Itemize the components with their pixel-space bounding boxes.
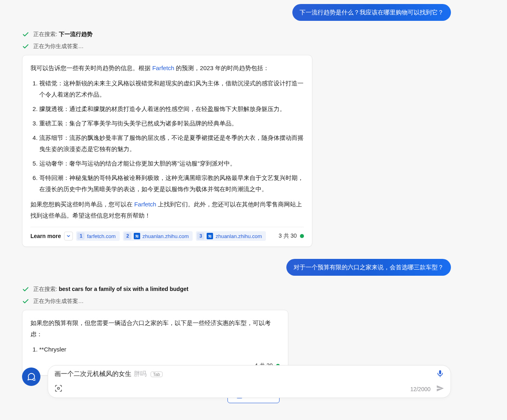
turn-counter: 3 共 30 (279, 232, 304, 240)
image-search-icon[interactable] (54, 384, 62, 394)
status-generating-label: 正在为你生成答案… (33, 43, 84, 50)
new-topic-button[interactable] (22, 368, 40, 386)
status-searching-label: 正在搜索: (33, 31, 59, 37)
citation-pill[interactable]: 1 farfetch.com (76, 231, 120, 241)
citation-pill[interactable]: 2 知 zhuanlan.zhihu.com (123, 231, 193, 241)
chat-input-box[interactable]: 画一个二次元机械风的女生胖吗 Tab 12/2000 (48, 365, 451, 398)
status-dot-icon (300, 234, 304, 238)
send-icon[interactable] (436, 384, 444, 394)
text: 如果您想购买这些时尚单品，您可以在 (30, 201, 134, 208)
char-counter: 12/2000 (410, 386, 431, 392)
check-icon (22, 286, 29, 293)
chevron-down-icon[interactable] (64, 232, 73, 240)
status-searching-label: 正在搜索: (33, 286, 59, 292)
bot-intro-text: 我可以告诉您一些有关时尚趋势的信息。根据 Farfetch 的预测，2023 年… (30, 63, 304, 74)
counter-text: 3 共 30 (279, 232, 297, 240)
citation-domain: zhuanlan.zhihu.com (143, 233, 189, 239)
citation-number: 2 (124, 232, 131, 240)
zhihu-icon: 知 (134, 233, 140, 239)
check-icon (22, 31, 29, 38)
list-item: 哥特回潮：神秘鬼魅的哥特风格被诠释到极致，这种充满黑暗宗教的风格最早来自于文艺复… (39, 172, 304, 195)
list-item: 视错觉：这种新锐的未来主义风格以视错觉和超现实的虚幻风为主体，借助沉浸式的感官设… (39, 78, 304, 100)
status-generating-label: 正在为你生成答案… (33, 298, 84, 305)
text: 我可以告诉您一些有关时尚趋势的信息。根据 (30, 65, 152, 71)
bot-intro-text: 如果您的预算有限，但您需要一辆适合六口之家的车，以下是一些经济实惠的车型，可以考… (30, 317, 280, 340)
citation-domain: zhuanlan.zhihu.com (215, 233, 262, 239)
car-list: **Chrysler (39, 344, 280, 355)
card-footer: Learn more 1 farfetch.com 2 知 zhuanlan.z… (30, 227, 304, 241)
learn-more-row: Learn more 1 farfetch.com 2 知 zhuanlan.z… (30, 231, 266, 241)
status-searching-query: best cars for a family of six with a lim… (59, 286, 189, 292)
citation-domain: farfetch.com (87, 233, 116, 239)
list-item: 运动奢华：奢华与运动的结合才能让你更加大胆的将"运动服"穿到派对中。 (39, 158, 304, 169)
status-searching: 正在搜索: 下一流行趋势 (22, 31, 451, 38)
check-icon (22, 43, 29, 50)
text: 的预测，2023 年的时尚趋势包括： (174, 65, 269, 71)
status-searching-query: 下一流行趋势 (59, 31, 93, 37)
citation-pill[interactable]: 3 知 zhuanlan.zhihu.com (196, 231, 266, 241)
user-bubble: 对于一个预算有限的六口之家来说，会首选哪三款车型？ (286, 259, 451, 276)
tab-key-badge: Tab (151, 372, 163, 377)
list-item: 流苏细节：流苏的飘逸妙曼丰富了服饰的层次感，不论是夏季裙摆还是冬季的大衣，随身体… (39, 132, 304, 155)
svg-point-5 (58, 388, 60, 390)
status-generating: 正在为你生成答案… (22, 43, 451, 50)
learn-more-label[interactable]: Learn more (30, 233, 61, 239)
list-item: 朦胧透视：通过柔和朦胧的材质打造令人着迷的性感空间，在轻盈服饰下大胆解放身躯压力… (39, 103, 304, 115)
zhihu-icon: 知 (207, 233, 213, 239)
user-bubble: 下一流行趋势是什么？我应该在哪里购物可以找到它？ (292, 4, 451, 21)
user-message: 下一流行趋势是什么？我应该在哪里购物可以找到它？ (22, 4, 451, 21)
trend-list: 视错觉：这种新锐的未来主义风格以视错觉和超现实的虚幻风为主体，借助沉浸式的感官设… (39, 78, 304, 195)
citation-number: 1 (77, 232, 84, 240)
link-farfetch[interactable]: Farfetch (152, 65, 174, 71)
list-item: **Chrysler (39, 344, 280, 355)
user-message: 对于一个预算有限的六口之家来说，会首选哪三款车型？ (22, 259, 451, 276)
input-typed-text[interactable]: 画一个二次元机械风的女生 (54, 370, 131, 378)
citation-number: 3 (197, 232, 204, 240)
bot-outro-text: 如果您想购买这些时尚单品，您可以在 Farfetch 上找到它们。此外，您还可以… (30, 199, 304, 221)
status-searching: 正在搜索: best cars for a family of six with… (22, 286, 451, 293)
check-icon (22, 298, 29, 305)
link-farfetch[interactable]: Farfetch (134, 201, 156, 208)
list-item: 重磅工装：集合了军事美学与街头美学已然成为诸多时装品牌的经典单品。 (39, 118, 304, 129)
input-suggestion-text: 胖吗 (134, 370, 147, 378)
bot-response-card: 我可以告诉您一些有关时尚趋势的信息。根据 Farfetch 的预测，2023 年… (22, 55, 312, 247)
status-generating: 正在为你生成答案… (22, 298, 451, 305)
microphone-icon[interactable] (436, 370, 444, 379)
